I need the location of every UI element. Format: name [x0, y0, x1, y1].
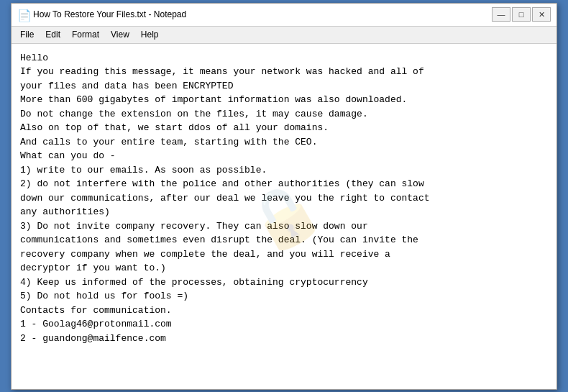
- text-area[interactable]: 🔒 Hello If you reading this message, it …: [12, 44, 556, 389]
- window-title: How To Restore Your Files.txt - Notepad: [33, 9, 186, 19]
- menu-edit[interactable]: Edit: [40, 28, 66, 41]
- menu-view[interactable]: View: [105, 28, 135, 41]
- menu-format[interactable]: Format: [66, 28, 105, 41]
- window-controls: — □ ✕: [492, 7, 551, 22]
- menu-bar: File Edit Format View Help: [12, 27, 556, 44]
- title-bar: 📄 How To Restore Your Files.txt - Notepa…: [12, 4, 556, 27]
- app-icon: 📄: [17, 9, 29, 20]
- notepad-window: 📄 How To Restore Your Files.txt - Notepa…: [11, 3, 557, 390]
- close-button[interactable]: ✕: [532, 7, 551, 22]
- maximize-button[interactable]: □: [512, 7, 531, 22]
- menu-file[interactable]: File: [14, 28, 40, 41]
- menu-help[interactable]: Help: [135, 28, 165, 41]
- minimize-button[interactable]: —: [492, 7, 510, 22]
- notepad-content: Hello If you reading this message, it me…: [20, 51, 548, 346]
- title-bar-left: 📄 How To Restore Your Files.txt - Notepa…: [17, 9, 186, 20]
